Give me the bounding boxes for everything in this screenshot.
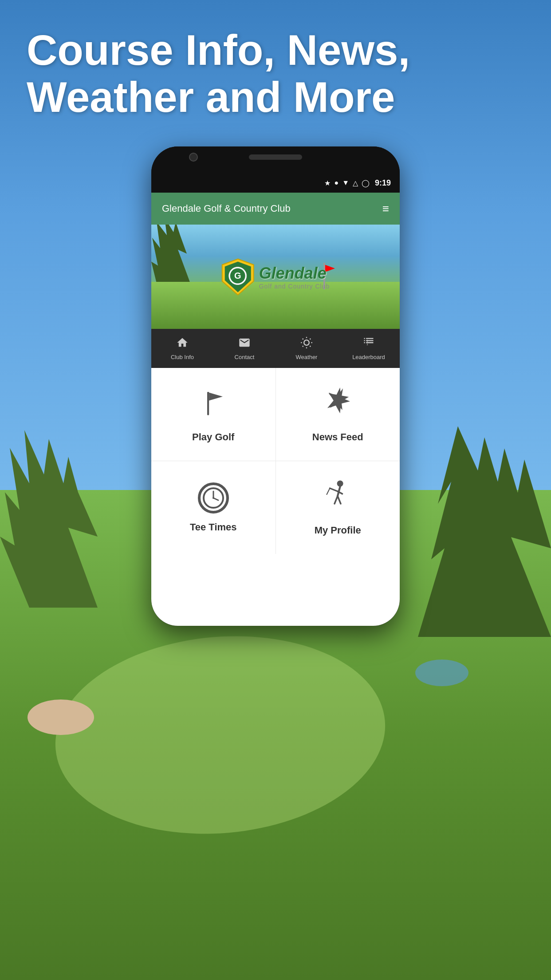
sun-icon	[300, 336, 313, 352]
svg-line-7	[310, 346, 311, 347]
status-bar: ★ ● ▼ △ ◯ 9:19	[151, 173, 400, 193]
svg-line-26	[335, 496, 338, 504]
phone-device: ★ ● ▼ △ ◯ 9:19 Glendale Golf & Country C…	[151, 146, 400, 626]
phone-camera	[189, 153, 198, 162]
svg-text:3: 3	[366, 343, 368, 346]
status-time: 9:19	[375, 178, 391, 188]
logo-subtitle-text: Golf and Country Club	[259, 283, 330, 290]
nav-club-info-label: Club Info	[171, 354, 194, 360]
nav-contact-label: Contact	[235, 354, 255, 360]
bluetooth-icon: ★	[324, 179, 331, 187]
golfer-icon	[322, 479, 353, 517]
svg-line-6	[303, 339, 303, 340]
logo-shield-container: G	[221, 258, 255, 296]
nav-item-leaderboard[interactable]: 1 2 3 Leaderboard	[338, 333, 400, 364]
logo-glendale-text: Glendale	[259, 264, 330, 283]
flag-icon	[198, 386, 229, 423]
headline-text: Course Info, News, Weather and More	[27, 27, 524, 120]
grid-item-play-golf[interactable]: Play Golf	[151, 368, 276, 461]
minus-circle-icon: ●	[334, 179, 338, 187]
grid-item-news-feed[interactable]: News Feed	[276, 368, 400, 461]
news-feed-label: News Feed	[312, 431, 363, 443]
my-profile-label: My Profile	[315, 525, 361, 536]
svg-text:G: G	[234, 270, 241, 280]
svg-line-27	[338, 496, 341, 504]
bottom-navigation: Club Info Contact	[151, 329, 400, 368]
grid-item-tee-times[interactable]: Tee Times	[151, 461, 276, 554]
club-logo: G Glendale Golf and Country Club	[221, 258, 330, 296]
app-header: Glendale Golf & Country Club ≡	[151, 193, 400, 225]
grid-item-my-profile[interactable]: My Profile	[276, 461, 400, 554]
phone-screen: ★ ● ▼ △ ◯ 9:19 Glendale Golf & Country C…	[151, 173, 400, 626]
app-title: Glendale Golf & Country Club	[162, 203, 291, 214]
battery-icon: ◯	[362, 179, 370, 187]
nav-leaderboard-label: Leaderboard	[352, 354, 385, 360]
bg-sand-bunker	[28, 699, 94, 735]
tee-times-label: Tee Times	[190, 522, 237, 533]
phone-notch	[151, 146, 400, 173]
svg-point-3	[304, 340, 309, 345]
svg-point-20	[213, 497, 214, 499]
bg-water	[415, 660, 468, 686]
phone-speaker	[249, 154, 302, 160]
wifi-icon: ▼	[342, 179, 349, 187]
svg-line-10	[303, 346, 303, 347]
home-icon	[176, 336, 189, 352]
play-golf-label: Play Golf	[192, 431, 234, 443]
signal-icon: △	[353, 179, 358, 187]
logo-shield-svg: G	[221, 258, 255, 296]
nav-item-weather[interactable]: Weather	[276, 333, 338, 364]
hero-banner: G Glendale Golf and Country Club	[151, 225, 400, 329]
nav-weather-label: Weather	[296, 354, 318, 360]
hamburger-menu-button[interactable]: ≡	[382, 202, 389, 216]
svg-line-24	[327, 488, 330, 494]
svg-rect-15	[207, 392, 209, 415]
envelope-icon	[238, 336, 251, 352]
svg-line-11	[310, 339, 311, 340]
star-burst-icon	[322, 386, 353, 423]
logo-text-block: Glendale Golf and Country Club	[259, 264, 330, 290]
main-menu-grid: Play Golf News Feed	[151, 368, 400, 554]
svg-line-23	[330, 488, 338, 491]
nav-item-club-info[interactable]: Club Info	[151, 333, 213, 364]
clock-icon	[198, 482, 229, 514]
nav-item-contact[interactable]: Contact	[213, 333, 276, 364]
list-icon: 1 2 3	[362, 336, 375, 352]
